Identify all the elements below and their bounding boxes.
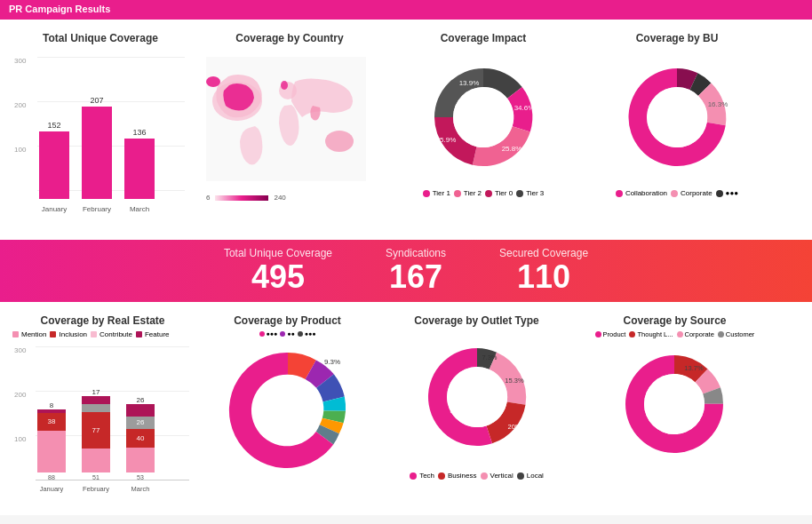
legend-feature: Feature xyxy=(136,330,170,338)
bar-value-mar: 136 xyxy=(132,128,146,137)
coverage-by-real-estate-title: Coverage by Real Estate xyxy=(12,314,193,327)
inclusion-dot xyxy=(50,331,56,337)
map-svg xyxy=(206,57,366,181)
legend-tier3: Tier 3 xyxy=(516,189,544,197)
re-bar-feb: 77 17 51 xyxy=(82,388,110,480)
summary-banner: Total Unique Coverage 495 Syndications 1… xyxy=(0,240,812,302)
coverage-impact-legend: Tier 1 Tier 2 Tier 0 Tier 3 xyxy=(423,189,545,197)
re-jan-inclusion: 38 xyxy=(37,413,66,431)
business-dot xyxy=(438,472,445,480)
bar-march: 136 xyxy=(124,128,155,199)
coverage-by-real-estate-panel: Coverage by Real Estate Mention Inclusio… xyxy=(7,309,198,508)
re-mar-inclusion: 40 xyxy=(126,429,155,448)
x-label-feb: February xyxy=(82,205,112,213)
tier3-dot xyxy=(516,190,523,197)
y-label-200: 200 xyxy=(14,101,26,109)
re-jan-top-val: 8 xyxy=(37,401,66,409)
legend-mention: Mention xyxy=(12,330,46,338)
legend-contribute: Contribute xyxy=(91,330,132,338)
map-scale: 6 240 xyxy=(206,194,373,202)
legend-collab: Collaboration xyxy=(616,189,667,197)
legend-source-corporate: Corporate xyxy=(677,330,714,338)
x-label-jan: January xyxy=(39,205,69,213)
svg-text:16.3%: 16.3% xyxy=(708,100,728,108)
contribute-label: Contribute xyxy=(100,330,132,338)
svg-text:70.6%: 70.6% xyxy=(259,416,283,425)
total-unique-coverage-panel: Total Unique Coverage 300 200 100 152 20… xyxy=(7,27,194,233)
coverage-by-outlet-panel: Coverage by Outlet Type 15.3% 20% xyxy=(377,309,577,508)
source-legend-top: Product Thought L... Corporate Customer xyxy=(595,330,755,338)
outlet-legend: Tech Business Vertical Local xyxy=(410,472,544,480)
grid-300 xyxy=(37,57,185,58)
business-label: Business xyxy=(448,472,476,480)
legend-bu-other: ●●● xyxy=(716,189,739,197)
map-scale-min: 6 xyxy=(206,194,210,202)
legend-tier0: Tier 0 xyxy=(485,189,513,197)
legend-tier1: Tier 1 xyxy=(423,189,450,197)
coverage-by-bu-donut: 16.3% 71.9% xyxy=(606,48,748,186)
local-dot xyxy=(517,472,524,480)
banner-secured-label: Secured Coverage xyxy=(499,247,588,259)
bar-feb xyxy=(82,107,112,199)
legend-prod3: ●●● xyxy=(298,330,316,337)
tier3-label: Tier 3 xyxy=(526,189,544,197)
re-y-200: 200 xyxy=(14,391,26,399)
re-mar-inclusion-val: 40 xyxy=(126,429,155,448)
coverage-by-country-panel: Coverage by Country xyxy=(201,27,378,233)
banner-total: Total Unique Coverage 495 xyxy=(224,247,332,295)
re-feb-mention-val: 51 xyxy=(92,474,100,480)
corporate-label: Corporate xyxy=(681,189,712,197)
tech-dot xyxy=(410,472,417,480)
re-x-feb: February xyxy=(82,485,110,493)
legend-source-customer: Customer xyxy=(718,330,755,338)
app-title: PR Campaign Results xyxy=(9,4,110,14)
banner-syndications-label: Syndications xyxy=(386,247,446,259)
coverage-by-product-pie: 70.6% 9.3% xyxy=(217,339,359,481)
y-label-300: 300 xyxy=(14,57,26,65)
feature-dot xyxy=(136,331,142,337)
svg-text:20%: 20% xyxy=(507,423,521,431)
coverage-by-outlet-title: Coverage by Outlet Type xyxy=(382,314,571,327)
bar-value-jan: 152 xyxy=(47,121,60,130)
svg-point-23 xyxy=(644,374,705,434)
banner-syndications: Syndications 167 xyxy=(386,247,446,295)
total-unique-coverage-title: Total Unique Coverage xyxy=(12,32,188,44)
legend-business: Business xyxy=(438,472,476,480)
svg-text:13.9%: 13.9% xyxy=(459,79,480,87)
svg-point-20 xyxy=(447,367,507,427)
local-label: Local xyxy=(527,472,544,480)
re-feb-mention xyxy=(82,449,110,472)
svg-text:13.7%: 13.7% xyxy=(684,364,704,372)
x-label-mar: March xyxy=(124,205,155,213)
collab-dot xyxy=(616,190,623,197)
collab-label: Collaboration xyxy=(625,189,667,197)
svg-point-5 xyxy=(281,81,288,90)
svg-text:34.6%: 34.6% xyxy=(514,104,535,112)
coverage-by-product-panel: Coverage by Product ●●● ●● ●●● xyxy=(205,309,370,508)
re-bar-mar: 40 26 26 53 xyxy=(126,396,155,480)
coverage-by-source-donut: 13.7% 80% xyxy=(606,340,744,473)
svg-text:25.8%: 25.8% xyxy=(502,145,522,153)
coverage-by-outlet-donut: 15.3% 20% 57.4% 7.3% xyxy=(406,330,548,468)
re-y-300: 300 xyxy=(14,346,26,354)
tier1-dot xyxy=(423,190,430,197)
re-y-100: 100 xyxy=(14,435,26,443)
legend-tier2: Tier 2 xyxy=(454,189,482,197)
bu-other-label: ●●● xyxy=(726,189,739,197)
vertical-label: Vertical xyxy=(490,472,513,480)
svg-point-2 xyxy=(206,76,220,87)
legend-tech: Tech xyxy=(410,472,434,480)
re-feb-inclusion: 77 xyxy=(82,412,110,449)
re-jan-inclusion-val: 38 xyxy=(37,413,66,431)
svg-point-10 xyxy=(453,87,513,147)
map-gradient xyxy=(215,195,268,201)
contribute-dot xyxy=(91,331,97,337)
map-scale-max: 240 xyxy=(274,194,285,202)
tier0-label: Tier 0 xyxy=(495,189,513,197)
corporate-dot xyxy=(671,190,678,197)
tier1-label: Tier 1 xyxy=(433,189,450,197)
re-mar-mention xyxy=(126,448,155,472)
tech-label: Tech xyxy=(419,472,434,480)
bar-jan xyxy=(39,131,69,199)
legend-vertical: Vertical xyxy=(481,472,513,480)
